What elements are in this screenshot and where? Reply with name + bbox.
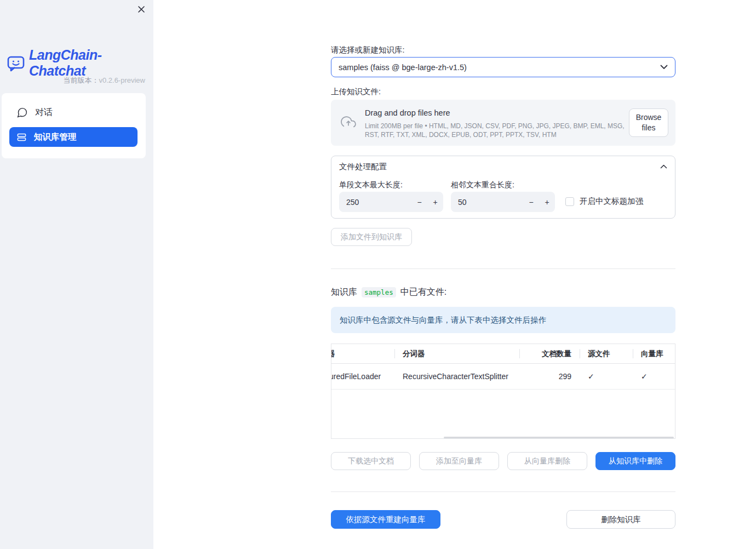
cell-doc-count: 299 <box>519 364 580 389</box>
sidebar-item-label: 对话 <box>35 107 53 118</box>
overlap-size-increment-button[interactable]: + <box>539 192 555 212</box>
cell-splitter: RecursiveCharacterTextSplitter <box>394 364 519 389</box>
version-label: 当前版本： <box>63 76 99 84</box>
column-header-doc-count[interactable]: 文档数量 <box>519 344 580 363</box>
kb-selected-value: samples (faiss @ bge-large-zh-v1.5) <box>339 63 660 72</box>
overlap-size-label: 相邻文本重合长度: <box>451 180 514 190</box>
divider <box>331 491 675 492</box>
check-icon: ✓ <box>588 372 594 381</box>
version-value: v0.2.6-preview <box>99 76 145 84</box>
cell-source-file-check: ✓ <box>580 364 633 389</box>
add-to-vector-store-button[interactable]: 添加至向量库 <box>419 452 499 470</box>
cell-vector-store-check: ✓ <box>633 364 675 389</box>
table-horizontal-scrollbar[interactable] <box>444 437 674 438</box>
logo-title: LangChain-Chatchat <box>29 47 153 79</box>
file-dropzone[interactable]: Drag and drop files here Limit 200MB per… <box>331 100 675 146</box>
rebuild-vector-store-button[interactable]: 依据源文件重建向量库 <box>331 510 440 529</box>
column-header-splitter[interactable]: 分词器 <box>394 344 519 363</box>
overlap-size-decrement-button[interactable]: − <box>523 192 539 212</box>
kb-existing-files-line: 知识库 samples 中已有文件: <box>331 287 446 298</box>
add-files-to-kb-button[interactable]: 添加文件到知识库 <box>331 228 412 246</box>
dropzone-limit-text: Limit 200MB per file • HTML, MD, JSON, C… <box>365 122 627 139</box>
chevron-down-icon <box>660 65 668 70</box>
dropzone-title: Drag and drop files here <box>365 108 450 117</box>
kb-select-label: 请选择或新建知识库: <box>331 45 405 55</box>
kb-line-suffix: 中已有文件: <box>400 287 446 298</box>
kb-files-table: 器 分词器 文档数量 源文件 向量库 uredFileLoader Recurs… <box>331 344 675 439</box>
info-banner: 知识库中包含源文件与向量库，请从下表中选择文件后操作 <box>331 307 675 333</box>
chevron-up-icon <box>660 164 667 169</box>
file-config-expander: 文件处理配置 单段文本最大长度: 相邻文本重合长度: 250 − + 50 − … <box>331 156 675 219</box>
delete-from-kb-button[interactable]: 从知识库中删除 <box>595 452 675 470</box>
chat-bubble-icon <box>16 107 28 118</box>
chunk-size-decrement-button[interactable]: − <box>411 192 427 212</box>
langchain-chatchat-app: LangChain-Chatchat 当前版本：v0.2.6-preview 对… <box>0 0 756 549</box>
kb-selectbox[interactable]: samples (faiss @ bge-large-zh-v1.5) <box>331 57 675 77</box>
sidebar-nav: 对话 知识库管理 <box>2 93 146 158</box>
download-selected-docs-button[interactable]: 下载选中文档 <box>331 452 411 470</box>
sidebar-item-knowledge-base[interactable]: 知识库管理 <box>9 127 138 147</box>
stack-icon <box>16 132 27 142</box>
sidebar: LangChain-Chatchat 当前版本：v0.2.6-preview 对… <box>0 0 153 549</box>
file-config-expander-header[interactable]: 文件处理配置 <box>331 156 675 177</box>
column-header-source-file[interactable]: 源文件 <box>580 344 633 363</box>
kb-name-code: samples <box>362 287 396 298</box>
close-icon <box>137 5 146 14</box>
version-line: 当前版本：v0.2.6-preview <box>0 76 145 85</box>
sidebar-item-label: 知识库管理 <box>34 131 77 143</box>
divider <box>331 268 675 269</box>
overlap-size-input[interactable]: 50 − + <box>451 192 555 212</box>
table-row[interactable]: uredFileLoader RecursiveCharacterTextSpl… <box>331 364 675 390</box>
cloud-upload-icon <box>340 115 357 130</box>
chunk-size-increment-button[interactable]: + <box>427 192 443 212</box>
column-header-loader[interactable]: 器 <box>331 344 394 363</box>
zh-title-enhance-label: 开启中文标题加强 <box>580 196 643 207</box>
sidebar-item-dialogue[interactable]: 对话 <box>9 102 138 122</box>
browse-files-button[interactable]: Browse files <box>629 108 668 137</box>
table-header-row: 器 分词器 文档数量 源文件 向量库 <box>331 344 675 364</box>
chunk-size-input[interactable]: 250 − + <box>339 192 443 212</box>
overlap-size-value[interactable]: 50 <box>451 198 523 207</box>
zh-title-enhance-row: 开启中文标题加强 <box>565 196 643 207</box>
delete-kb-button[interactable]: 删除知识库 <box>566 510 675 529</box>
kb-line-prefix: 知识库 <box>331 287 357 298</box>
app-logo: LangChain-Chatchat <box>7 47 153 79</box>
chat-smiley-logo-icon <box>7 55 25 72</box>
column-header-vector-store[interactable]: 向量库 <box>633 344 675 363</box>
check-icon: ✓ <box>641 372 648 381</box>
zh-title-enhance-checkbox[interactable] <box>565 197 574 206</box>
delete-from-vector-store-button[interactable]: 从向量库删除 <box>507 452 587 470</box>
file-config-title: 文件处理配置 <box>339 162 660 172</box>
cell-loader: uredFileLoader <box>331 364 394 389</box>
close-sidebar-button[interactable] <box>135 3 147 15</box>
upload-files-label: 上传知识文件: <box>331 87 381 97</box>
chunk-size-label: 单段文本最大长度: <box>339 180 403 190</box>
chunk-size-value[interactable]: 250 <box>339 198 411 207</box>
